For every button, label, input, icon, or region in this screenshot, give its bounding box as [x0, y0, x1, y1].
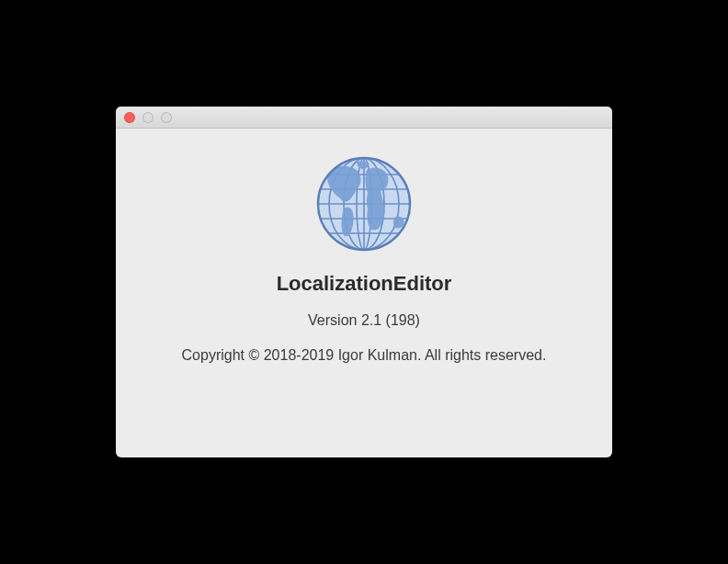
- copyright-text: Copyright © 2018-2019 Igor Kulman. All r…: [182, 345, 547, 366]
- about-content: LocalizationEditor Version 2.1 (198) Cop…: [116, 129, 612, 457]
- version-text: Version 2.1 (198): [308, 312, 420, 329]
- app-name: LocalizationEditor: [277, 272, 452, 296]
- titlebar: [116, 107, 612, 129]
- minimize-button[interactable]: [142, 112, 154, 123]
- zoom-button[interactable]: [161, 112, 172, 123]
- close-button[interactable]: [124, 112, 135, 123]
- about-window: LocalizationEditor Version 2.1 (198) Cop…: [116, 107, 612, 457]
- globe-icon: [313, 152, 415, 255]
